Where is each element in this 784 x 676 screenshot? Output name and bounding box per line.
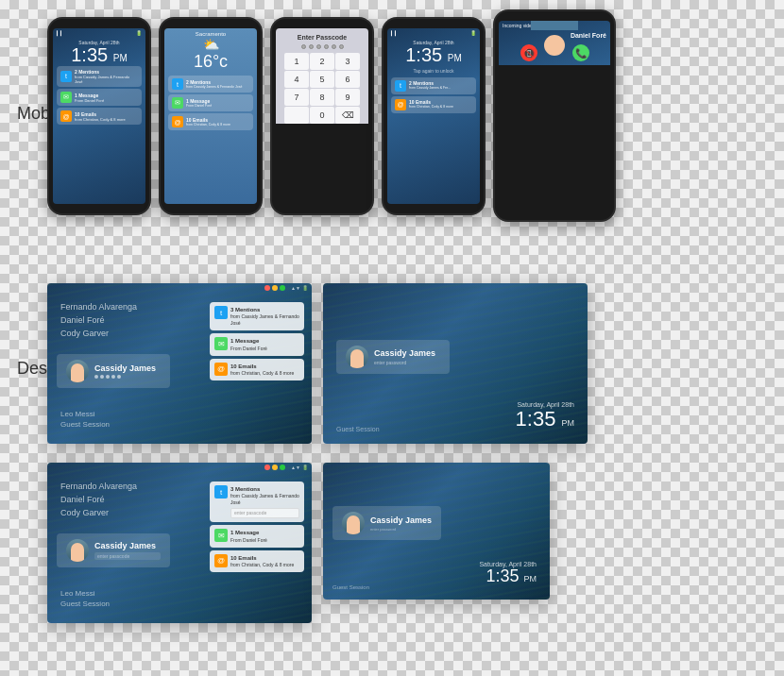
phone-3-screen: Enter Passcode 1 2 3 4 5 6 7 [276,28,368,204]
maximize-dot-3 [280,465,285,470]
dnotif-text-msg-1: 1 Message From Daniel Foré [230,337,267,351]
dot-5 [332,44,336,49]
key-7[interactable]: 7 [284,89,309,106]
desktop-notif-email-1: @ 10 Emails from Christian, Cody & 8 mor… [210,359,304,380]
lock-time-display-1: 1:35 PM [53,45,145,64]
desktop-bg-2: Cassidy James enter password Guest Sessi… [323,283,588,444]
login-name-2: Cassidy James [374,348,440,358]
key-empty [284,107,309,124]
desktop-topbar-1: ▲▼ 🔋 [264,285,308,291]
dnotif-email-icon-3: @ [214,554,228,567]
desktop-notif-twitter-3: t 3 Mentions from Cassidy James & Fernan… [210,482,304,522]
lockscreen-bg-1: ▎▎ 🔋 Saturday, April 28th 1:35 PM t 2 Me… [53,28,145,204]
avatar-inner-2 [346,346,368,368]
lock-day-2: Saturday, April 28th [387,40,480,45]
caller-head [544,35,565,56]
desktop-notif-msg-1: ✉ 1 Message From Daniel Foré [210,333,304,355]
desktop-topbar-3: ▲▼ 🔋 [264,465,308,470]
enter-passcode-field[interactable]: enter passcode [94,552,161,560]
notif-message-1: ✉ 1 Message From Daniel Foré [57,89,142,106]
dnotif-msg-icon-1: ✉ [214,337,228,350]
lock-time-display-2: 1:35 PM [387,45,480,64]
phone-5-screen: Incoming video call... Jade Daniel Foré … [499,21,610,211]
login-dot-4 [111,375,115,379]
ls2-twitter-icon: t [395,80,406,92]
desktop-user-list-1: Fernando Alvarenga Daniel Foré Cody Garv… [60,302,137,338]
phone-3: Enter Passcode 1 2 3 4 5 6 7 [270,17,374,215]
passcode-grid: 1 2 3 4 5 6 7 8 9 0 ⌫ [284,53,360,124]
desktop-screen-2: Cassidy James enter password Guest Sessi… [323,283,588,444]
key-1[interactable]: 1 [284,53,309,70]
dot-6 [339,44,344,49]
tap-unlock: Tap again to unlock [387,68,480,74]
weather-twitter-icon: t [172,78,183,90]
status-bar-1: ▎▎ 🔋 [53,28,145,38]
footer-user-1: Leo Messi [60,410,110,418]
weather-msg-icon: ✉ [172,97,183,109]
login-name-1: Cassidy James [94,363,161,373]
notif-email-1: @ 10 Emails from Christian, Cody & 8 mor… [57,108,142,125]
accept-button[interactable]: 📞 [572,44,589,61]
signal-icon-2: ▎▎ [391,30,399,36]
desktop-screens-row: ▲▼ 🔋 Fernando Alvarenga Daniel Foré Cody… [47,283,588,444]
key-4[interactable]: 4 [284,71,309,88]
key-2[interactable]: 2 [310,53,334,70]
phone-4: ▎▎ 🔋 Saturday, April 28th 1:35 PM Tap ag… [382,17,486,215]
dot-3 [316,44,321,49]
user-avatar-1 [66,360,89,382]
footer-user-2: Guest Session [60,420,110,429]
desktop-time-2: Saturday, April 28th 1:35 PM [516,401,574,431]
key-0[interactable]: 0 [310,107,334,124]
desktop-notifications-1: t 3 Mentions from Cassidy James & Fernan… [210,302,304,383]
avatar-inner-1 [66,360,89,382]
weather-notif-msg: ✉ 1 Message From Daniel Foré [168,94,253,111]
weather-notif-twitter: t 2 Mentions from Cassidy James & Fernan… [168,76,253,93]
enter-password-label: enter password [374,360,440,365]
battery-desktop-icon: 🔋 [302,285,308,291]
login-info-3: Cassidy James enter passcode [94,541,161,560]
weather-cloud-icon: ⛅ [164,37,257,52]
weather-email-icon: @ [172,116,183,127]
dnotif-text-email-1: 10 Emails from Christian, Cody & 8 more [230,363,294,377]
key-5[interactable]: 5 [310,71,334,88]
dnotif-twitter-icon-3: t [214,485,228,499]
login-dot-1 [94,375,98,379]
dot-2 [309,44,314,49]
desktop-user-3: Cody Garver [60,329,137,338]
desktop-user-3-3: Cody Garver [60,508,137,517]
key-9[interactable]: 9 [335,89,360,106]
dnotif-text-twitter-3: 3 Mentions from Cassidy James & Fernando… [230,485,299,518]
desktop-screen-1: ▲▼ 🔋 Fernando Alvarenga Daniel Foré Cody… [47,283,312,444]
key-3[interactable]: 3 [335,53,360,70]
login-name-4: Cassidy James [370,515,432,525]
desktop-notif-email-3: @ 10 Emails from Christian, Cody & 8 mor… [210,550,304,572]
desktop-footer-1: Leo Messi Guest Session [60,410,110,429]
passcode-dots [301,44,344,49]
avatar-person-1 [71,363,84,382]
weather-bg: Sacramento ⛅ 16°c t 2 Mentions from Cass… [164,28,257,204]
key-delete[interactable]: ⌫ [335,107,360,124]
lock-time-1: Saturday, April 28th 1:35 PM [53,38,145,64]
lock-time-2: Saturday, April 28th 1:35 PM [387,38,480,64]
desktop-bg-3: ▲▼ 🔋 Fernando Alvarenga Daniel Foré Cody… [47,463,312,623]
dnotif-input-1[interactable]: enter passcode [230,508,299,518]
key-8[interactable]: 8 [310,89,334,106]
dnotif-twitter-icon-1: t [214,306,228,319]
desktop-time-4: Saturday, April 28th 1:35 PM [479,561,537,586]
email-icon-1: @ [60,110,72,122]
guest-session-label-4: Guest Session [332,584,369,590]
status-bar-2: ▎▎ 🔋 [387,28,480,38]
weather-notif-text: 2 Mentions from Cassidy James & Fernando… [186,79,242,90]
message-icon-1: ✉ [60,92,72,103]
login-dot-2 [100,375,104,379]
dnotif-text-msg-3: 1 Message From Daniel Foré [230,529,267,543]
key-6[interactable]: 6 [335,71,360,88]
lockscreen2-notif-email: @ 10 Emails from Christian, Cody & 8 mor… [391,96,476,113]
login-name-3: Cassidy James [94,541,161,550]
notif-text-twitter-1: 2 Mentions from Cassidy James & Fernando… [75,69,138,85]
signal-icon: ▎▎ [57,30,64,36]
decline-button[interactable]: 📵 [520,44,537,61]
weather-notif-email: @ 10 Emails from Christian, Cody & 8 mor… [168,113,253,130]
phone-2: Sacramento ⛅ 16°c t 2 Mentions from Cass… [159,17,263,215]
battery-icon-2: 🔋 [470,30,476,36]
